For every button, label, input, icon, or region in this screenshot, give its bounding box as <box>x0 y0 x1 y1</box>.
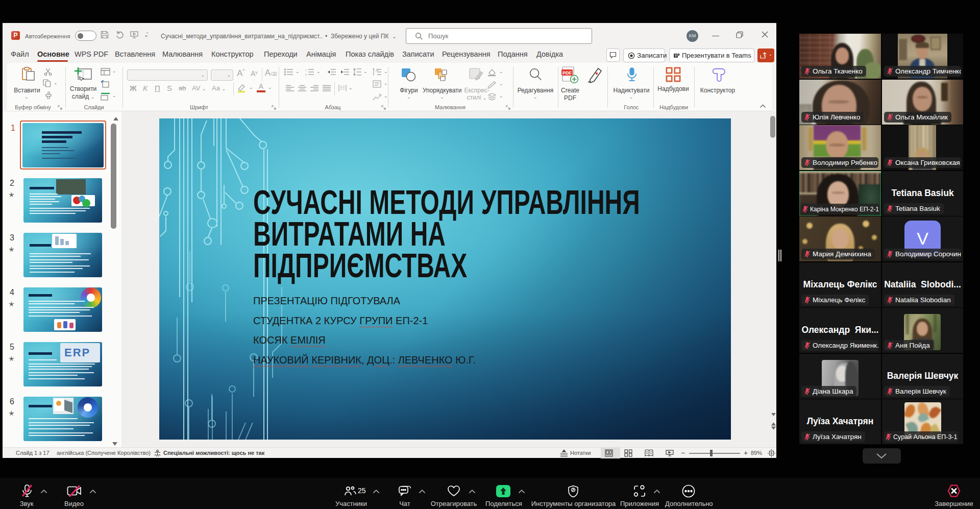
svg-text:2: 2 <box>305 73 307 76</box>
svg-text:PDF: PDF <box>562 70 572 76</box>
svg-text:A: A <box>376 68 378 72</box>
svg-text:1: 1 <box>305 68 307 71</box>
